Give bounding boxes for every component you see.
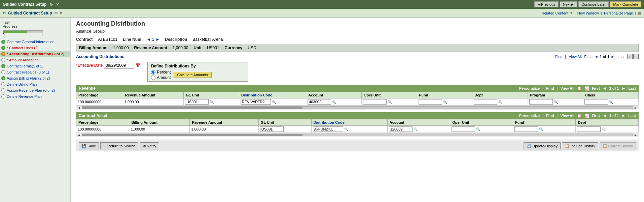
line-prev-button[interactable]: ◄: [147, 37, 151, 42]
return-search-button[interactable]: ↩ Return to Search: [100, 142, 138, 149]
rev-class-search[interactable]: 🔍: [609, 100, 613, 104]
rev-program-search[interactable]: 🔍: [554, 100, 558, 104]
asset-col-revenue-amount: Revenue Amount: [190, 119, 258, 126]
page-prev-button[interactable]: ◄: [594, 54, 598, 59]
second-settings-icon[interactable]: ⚙: [54, 11, 58, 16]
asset-dept-input[interactable]: [577, 126, 601, 132]
asset-page-next[interactable]: ►: [621, 113, 625, 118]
scroll-track[interactable]: [82, 106, 633, 109]
rev-oper-unit-input[interactable]: [363, 99, 387, 105]
scroll-right-arrow[interactable]: ►: [634, 106, 637, 110]
radio-amount[interactable]: [151, 76, 155, 80]
sidebar-link-assign-billing[interactable]: Assign Billing Plan (2 of 2): [7, 76, 50, 80]
sidebar-item-accounting-dist[interactable]: ! * Accounting Distribution (2 of 2): [0, 51, 70, 57]
revenue-view-all-link[interactable]: View All: [560, 86, 574, 90]
previous-button[interactable]: ◄Previous: [534, 1, 559, 7]
include-history-button[interactable]: 📋 Include History: [562, 142, 598, 149]
sidebar-item-assign-billing[interactable]: ✓ Assign Billing Plan (2 of 2): [0, 75, 70, 81]
rev-fund-search[interactable]: 🔍: [443, 100, 447, 104]
asset-fund-search[interactable]: 🔍: [539, 127, 543, 131]
sidebar-item-contract-terms[interactable]: ✓ Contract Terms(1 of 2): [0, 63, 70, 69]
continue-later-button[interactable]: Continue Later: [578, 1, 609, 7]
refresh-icon[interactable]: ↺: [3, 11, 6, 16]
asset-oper-unit-search[interactable]: 🔍: [476, 127, 480, 131]
asset-find-link[interactable]: Find: [546, 114, 554, 118]
asset-fund-input[interactable]: [514, 126, 538, 132]
sidebar-item-contract-lines[interactable]: ✓ * Contract Lines (2): [0, 45, 70, 51]
sidebar-link-assign-revenue[interactable]: Assign Revenue Plan (0 of 2): [7, 88, 55, 92]
asset-scroll-right[interactable]: ►: [634, 133, 637, 137]
asset-col-dist-code[interactable]: Distribution Code: [311, 119, 387, 126]
personalize-page-link[interactable]: Personalize Page: [604, 11, 633, 15]
line-next-button[interactable]: ►: [155, 37, 159, 42]
sidebar-link-contract-lines[interactable]: * Contract Lines (2): [7, 46, 39, 50]
radio-percent[interactable]: [151, 70, 155, 75]
asset-dept-search[interactable]: 🔍: [602, 127, 606, 131]
add-row-button[interactable]: +: [627, 54, 633, 59]
rev-gl-unit-search[interactable]: 🔍: [210, 100, 214, 104]
related-content-link[interactable]: Related Content: [542, 11, 569, 15]
page-next-button[interactable]: ►: [611, 54, 615, 59]
asset-oper-unit-input[interactable]: [452, 126, 475, 132]
scroll-left-arrow[interactable]: ◄: [77, 106, 81, 110]
settings-icon[interactable]: ⚙: [49, 2, 53, 7]
rev-gl-unit-input[interactable]: [185, 99, 209, 105]
asset-gl-unit-input[interactable]: [260, 126, 284, 132]
new-window-link[interactable]: New Window: [577, 11, 599, 15]
sidebar-item-define-billing[interactable]: Define Billing Plan: [0, 81, 70, 87]
asset-page-prev[interactable]: ◄: [603, 113, 607, 118]
view-all-link[interactable]: View All: [569, 55, 581, 59]
notify-button[interactable]: ✉ Notify: [140, 142, 159, 149]
rev-account-search[interactable]: 🔍: [332, 100, 336, 104]
rev-class-input[interactable]: [584, 99, 608, 105]
sidebar-item-contract-prepaids[interactable]: Contract Prepaids (0 of 1): [0, 69, 70, 75]
update-display-button[interactable]: 🔄 Update/Display: [524, 142, 561, 149]
sidebar-link-amount-alloc[interactable]: * Amount Allocation: [7, 58, 39, 62]
next-button[interactable]: Next►: [560, 1, 577, 7]
asset-dist-code-search[interactable]: 🔍: [344, 127, 348, 131]
save-button[interactable]: 💾 Save: [79, 142, 99, 149]
eff-date-input[interactable]: [104, 62, 134, 69]
remove-row-button[interactable]: -: [633, 54, 639, 59]
close-icon[interactable]: ✕: [56, 2, 59, 7]
acct-dist-link[interactable]: Accounting Distributions: [76, 54, 124, 59]
rev-oper-unit-search[interactable]: 🔍: [388, 100, 392, 104]
rev-dist-code-input[interactable]: [241, 99, 271, 105]
asset-dist-code-input[interactable]: [313, 126, 343, 132]
revenue-personalize-link[interactable]: Personalize: [519, 86, 540, 90]
sidebar-link-contract-terms[interactable]: Contract Terms(1 of 2): [7, 64, 43, 68]
rev-dist-code-search[interactable]: 🔍: [272, 100, 276, 104]
asset-scrollbar[interactable]: ◄ ►: [76, 133, 639, 137]
sidebar-link-accounting-dist[interactable]: * Accounting Distribution (2 of 2): [7, 52, 64, 56]
sidebar-item-amount-alloc[interactable]: * Amount Allocation: [0, 57, 70, 63]
revenue-page-prev[interactable]: ◄: [603, 86, 607, 91]
rev-dept-input[interactable]: [474, 99, 497, 105]
rev-fund-input[interactable]: [419, 99, 442, 105]
asset-scroll-track[interactable]: [82, 134, 633, 136]
revenue-scrollbar[interactable]: ◄ ►: [76, 106, 639, 110]
rev-program-input[interactable]: [529, 99, 553, 105]
second-dropdown-icon[interactable]: ▾: [60, 11, 62, 16]
mark-complete-button[interactable]: Mark Complete: [610, 1, 641, 7]
sidebar-link-contract-general[interactable]: Contract General Information: [7, 40, 55, 44]
calendar-icon[interactable]: 📅: [136, 63, 141, 68]
revenue-page-next[interactable]: ►: [621, 86, 625, 91]
col-dist-code[interactable]: Distribution Code: [239, 92, 306, 98]
asset-revenue-amount: 1,000.00: [190, 126, 258, 133]
asset-account-search[interactable]: 🔍: [414, 127, 418, 131]
asset-personalize-link[interactable]: Personalize: [519, 114, 540, 118]
sidebar-item-define-revenue[interactable]: Define Revenue Plan: [0, 93, 70, 99]
rev-dept-search[interactable]: 🔍: [498, 100, 502, 104]
sidebar-link-define-revenue[interactable]: Define Revenue Plan: [7, 94, 42, 98]
asset-account-input[interactable]: [389, 126, 413, 132]
revenue-find-link[interactable]: Find: [546, 86, 554, 90]
calculate-amounts-button[interactable]: Calculate Amounts: [174, 72, 212, 78]
rev-account-input[interactable]: [308, 99, 331, 105]
sidebar-link-contract-prepaids[interactable]: Contract Prepaids (0 of 1): [7, 70, 49, 74]
sidebar-item-assign-revenue[interactable]: Assign Revenue Plan (0 of 2): [0, 87, 70, 93]
find-link[interactable]: Find: [555, 55, 562, 59]
asset-view-all-link[interactable]: View All: [560, 114, 574, 118]
sidebar-link-define-billing[interactable]: Define Billing Plan: [7, 82, 37, 86]
asset-scroll-left[interactable]: ◄: [77, 133, 81, 137]
sidebar-item-contract-general[interactable]: ✓ Contract General Information: [0, 39, 70, 45]
